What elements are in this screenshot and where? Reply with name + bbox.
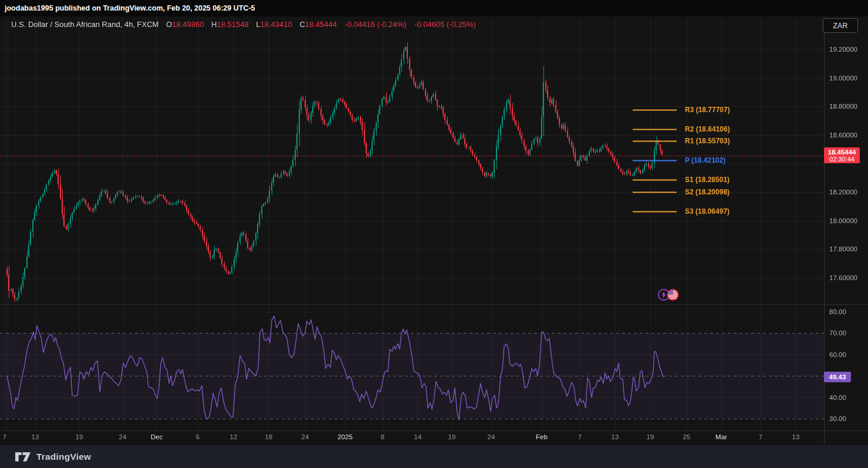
- pivot-label-p: P (18.42102): [685, 156, 725, 164]
- change-absolute: -0.04416 (-0.24%): [345, 20, 407, 29]
- last-price-value: 18.45444: [824, 148, 860, 156]
- low-value: 18.43410: [261, 20, 292, 29]
- scale-tick: 17.60000: [829, 274, 857, 281]
- scale-tick: 18.60000: [829, 132, 857, 139]
- scale-tick: 18.00000: [829, 217, 857, 224]
- time-tick: Dec: [151, 433, 163, 440]
- tradingview-snapshot: joodabas1995 published on TradingView.co…: [0, 0, 868, 468]
- time-tick: 24: [488, 433, 495, 440]
- currency-zar-button[interactable]: ZAR: [823, 18, 858, 33]
- close-value: 18.45444: [305, 20, 337, 29]
- time-tick: 2025: [337, 433, 353, 440]
- scale-tick: 30.00: [829, 415, 846, 422]
- time-tick: 7: [759, 433, 762, 440]
- scale-tick: 18.20000: [829, 188, 857, 196]
- time-tick: 7: [3, 433, 6, 440]
- symbol-legend: U.S. Dollar / South African Rand, 4h, FX…: [11, 20, 476, 31]
- time-axis[interactable]: 7131924Dec612182420258141924Feb7131925Ma…: [0, 430, 824, 445]
- scale-tick: 70.00: [829, 329, 846, 336]
- scale-tick: 80.00: [829, 308, 846, 315]
- close-label: C: [299, 20, 305, 29]
- time-tick: 18: [265, 433, 273, 440]
- time-tick: 6: [196, 433, 200, 440]
- last-price-flag: 18.45444 02:30:44: [824, 147, 860, 163]
- time-tick: 7: [578, 433, 582, 440]
- open-label: O: [166, 20, 172, 29]
- rsi-value-flag: 49.43: [824, 372, 851, 382]
- currency-zar-label: ZAR: [833, 22, 847, 30]
- change-percent: -0.04605 (-0.25%): [414, 20, 476, 29]
- tradingview-logo-link[interactable]: TradingView: [15, 452, 91, 462]
- pivot-label-r3: R3 (18.77707): [685, 106, 730, 114]
- time-tick: 8: [381, 433, 384, 440]
- open-value: 18.49860: [172, 20, 204, 29]
- indicator-badges: [657, 288, 682, 303]
- time-tick: 24: [119, 433, 127, 440]
- time-tick: 19: [76, 433, 83, 440]
- pane-separator[interactable]: [0, 304, 868, 305]
- time-tick: 13: [612, 433, 619, 440]
- bottom-bar: TradingView: [0, 445, 868, 468]
- high-value: 18.51548: [217, 20, 248, 29]
- scale-tick: 60.00: [829, 351, 846, 358]
- scale-tick: 18.80000: [829, 103, 857, 110]
- pivot-label-r2: R2 (18.64106): [685, 125, 730, 133]
- scale-tick: 19.20000: [829, 46, 857, 53]
- scale-tick: 19.00000: [829, 75, 857, 82]
- scale-tick: 17.80000: [829, 245, 857, 252]
- time-tick: 24: [302, 433, 309, 440]
- time-tick: 13: [32, 433, 39, 440]
- rsi-value: 49.43: [829, 373, 846, 381]
- pivot-label-s1: S1 (18.28501): [685, 176, 729, 184]
- time-tick: 19: [448, 433, 456, 440]
- time-tick: 12: [230, 433, 238, 440]
- bar-countdown: 02:30:44: [824, 156, 860, 163]
- time-tick: Mar: [715, 433, 727, 440]
- price-scale[interactable]: 18.45444 02:30:44 49.43 19.2000019.00000…: [824, 0, 868, 445]
- pivot-label-s3: S3 (18.06497): [685, 207, 729, 216]
- time-tick: 25: [683, 433, 691, 440]
- us-flag-icon: [666, 288, 680, 302]
- price-chart-canvas[interactable]: [0, 0, 824, 445]
- tradingview-logo-text: TradingView: [36, 452, 91, 462]
- pivot-label-r1: R1 (18.55703): [685, 137, 730, 145]
- low-label: L: [256, 20, 260, 29]
- tradingview-logo-icon: [15, 452, 31, 462]
- scale-tick: 40.00: [829, 394, 846, 401]
- time-tick: 13: [792, 433, 800, 440]
- time-tick: 14: [414, 433, 422, 440]
- symbol-title: U.S. Dollar / South African Rand, 4h, FX…: [11, 20, 158, 29]
- pivot-label-s2: S2 (18.20098): [685, 188, 729, 196]
- time-tick: 19: [647, 433, 654, 440]
- time-tick: Feb: [536, 433, 548, 440]
